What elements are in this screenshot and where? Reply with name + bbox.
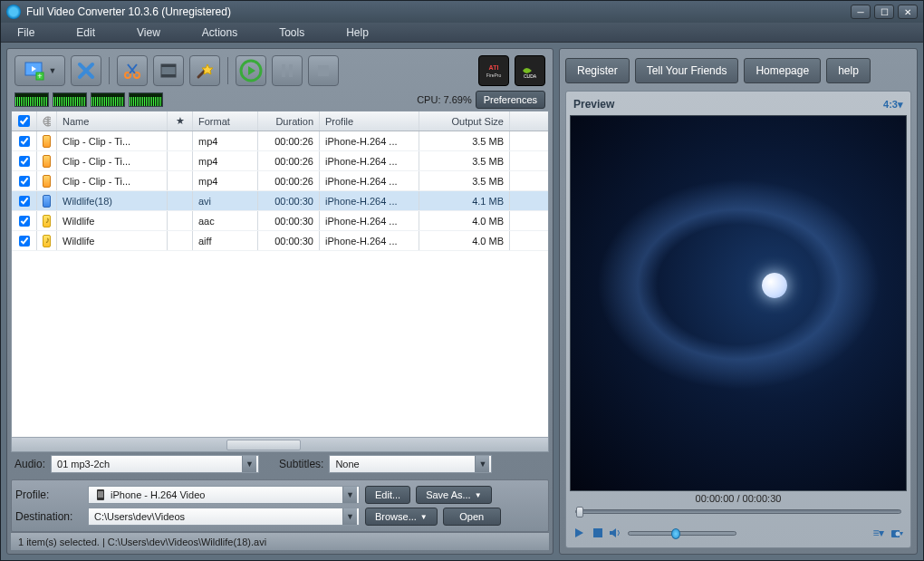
audio-label: Audio:	[14, 458, 45, 470]
cpu-label: CPU: 7.69%	[417, 94, 472, 105]
globe-icon	[43, 116, 51, 127]
add-file-button[interactable]: + ▼	[14, 55, 65, 86]
row-checkbox[interactable]	[19, 216, 30, 227]
horizontal-scrollbar[interactable]	[12, 437, 548, 451]
preferences-button[interactable]: Preferences	[476, 91, 545, 109]
row-checkbox[interactable]	[19, 176, 30, 187]
col-duration[interactable]: Duration	[258, 111, 320, 131]
check-all[interactable]	[18, 115, 30, 127]
seek-slider[interactable]	[570, 509, 907, 522]
stop-icon[interactable]	[592, 527, 604, 539]
row-checkbox[interactable]	[19, 196, 30, 207]
menubar: File Edit View Actions Tools Help	[1, 23, 923, 43]
row-format: aiff	[193, 231, 258, 250]
row-checkbox[interactable]	[19, 136, 30, 147]
col-name[interactable]: Name	[57, 111, 168, 131]
tell-friends-button[interactable]: Tell Your Friends	[635, 58, 739, 83]
row-star	[168, 131, 193, 150]
table-row[interactable]: Clip - Clip - Ti...mp400:00:26iPhone-H.2…	[12, 131, 548, 151]
clip-button[interactable]	[117, 55, 148, 86]
profile-label: Profile:	[15, 488, 82, 501]
svg-text:ATI: ATI	[489, 64, 499, 71]
help-button[interactable]: help	[826, 58, 871, 83]
table-row[interactable]: Wildlife(18)avi00:00:30iPhone-H.264 ...4…	[12, 191, 548, 211]
row-profile: iPhone-H.264 ...	[320, 191, 419, 210]
destination-value: C:\Users\dev\Videos	[94, 511, 185, 522]
playlist-icon[interactable]: ≡▾	[872, 527, 885, 539]
status-text: 1 item(s) selected. | C:\Users\dev\Video…	[18, 537, 266, 547]
snapshot-icon[interactable]: ▾	[890, 527, 903, 539]
browse-button[interactable]: Browse... ▼	[365, 508, 438, 526]
statusbar: 1 item(s) selected. | C:\Users\dev\Video…	[11, 532, 549, 550]
file-type-icon	[43, 195, 51, 208]
subtitles-value: None	[335, 459, 359, 469]
table-row[interactable]: Wildlifeaac00:00:30iPhone-H.264 ...4.0 M…	[12, 211, 548, 231]
row-duration: 00:00:26	[258, 151, 320, 170]
close-button[interactable]: ✕	[898, 5, 918, 19]
pause-button[interactable]	[272, 55, 303, 86]
menu-actions[interactable]: Actions	[195, 24, 245, 41]
edit-profile-button[interactable]: Edit...	[365, 486, 410, 504]
register-button[interactable]: Register	[565, 58, 630, 83]
col-profile[interactable]: Profile	[320, 111, 419, 131]
table-row[interactable]: Wildlifeaiff00:00:30iPhone-H.264 ...4.0 …	[12, 231, 548, 251]
row-name: Wildlife	[57, 211, 168, 230]
file-type-icon	[43, 175, 51, 188]
menu-file[interactable]: File	[10, 24, 42, 41]
row-star	[168, 211, 193, 230]
audio-select[interactable]: 01 mp3-2ch▼	[51, 455, 259, 473]
row-checkbox[interactable]	[19, 156, 30, 167]
titlebar: Full Video Converter 10.3.6 (Unregistere…	[1, 1, 923, 23]
effects-button[interactable]	[189, 55, 220, 86]
svg-rect-22	[593, 528, 602, 537]
convert-button[interactable]	[236, 55, 266, 86]
row-format: avi	[193, 191, 258, 210]
play-icon[interactable]	[573, 527, 586, 539]
svg-rect-12	[282, 64, 285, 77]
destination-field[interactable]: C:\Users\dev\Videos▼	[88, 508, 360, 526]
menu-view[interactable]: View	[130, 24, 168, 41]
ati-badge: ATIFirePro	[478, 55, 509, 86]
subtitles-select[interactable]: None▼	[329, 455, 492, 473]
col-icon[interactable]	[37, 111, 57, 131]
col-format[interactable]: Format	[193, 111, 258, 131]
menu-help[interactable]: Help	[339, 24, 376, 41]
menu-edit[interactable]: Edit	[69, 24, 102, 41]
stop-button[interactable]	[308, 55, 339, 86]
volume-slider[interactable]	[628, 531, 736, 536]
aspect-ratio-button[interactable]: 4:3▾	[883, 99, 903, 111]
row-profile: iPhone-H.264 ...	[320, 211, 419, 230]
row-format: mp4	[193, 131, 258, 150]
col-star[interactable]: ★	[168, 111, 193, 131]
homepage-button[interactable]: Homepage	[744, 58, 821, 83]
svg-text:+: +	[37, 72, 42, 81]
table-row[interactable]: Clip - Clip - Ti...mp400:00:26iPhone-H.2…	[12, 151, 548, 171]
list-header: Name ★ Format Duration Profile Output Si…	[12, 111, 548, 131]
remove-button[interactable]	[71, 55, 101, 86]
svg-marker-23	[610, 528, 616, 537]
preview-screen[interactable]	[570, 115, 907, 491]
row-profile: iPhone-H.264 ...	[320, 131, 419, 150]
edit-video-button[interactable]	[153, 55, 184, 86]
row-size: 3.5 MB	[419, 131, 510, 150]
table-row[interactable]: Clip - Clip - Ti...mp400:00:26iPhone-H.2…	[12, 171, 548, 191]
iphone-icon	[94, 488, 107, 501]
maximize-button[interactable]: ☐	[874, 5, 894, 19]
row-checkbox[interactable]	[19, 236, 30, 247]
open-button[interactable]: Open	[443, 508, 501, 526]
row-size: 4.1 MB	[419, 191, 510, 210]
profile-value: iPhone - H.264 Video	[111, 489, 205, 500]
row-duration: 00:00:30	[258, 191, 320, 210]
save-as-button[interactable]: Save As... ▼	[416, 486, 491, 504]
volume-icon[interactable]	[610, 527, 622, 539]
main-toolbar: + ▼	[11, 53, 549, 89]
col-output-size[interactable]: Output Size	[419, 111, 510, 131]
profile-select[interactable]: iPhone - H.264 Video▼	[88, 486, 360, 504]
row-duration: 00:00:26	[258, 131, 320, 150]
menu-tools[interactable]: Tools	[272, 24, 312, 41]
row-name: Clip - Clip - Ti...	[57, 151, 168, 170]
svg-rect-7	[161, 64, 176, 67]
minimize-button[interactable]: ─	[851, 5, 871, 19]
svg-rect-20	[98, 491, 103, 498]
file-type-icon	[43, 215, 51, 227]
